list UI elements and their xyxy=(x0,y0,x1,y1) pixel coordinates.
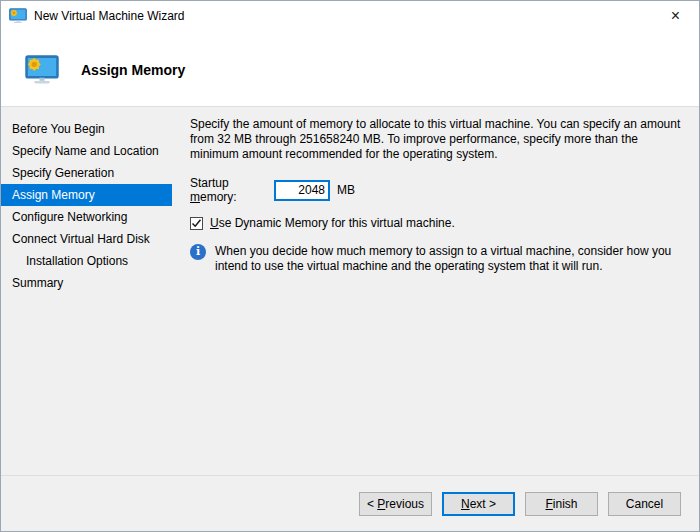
vm-monitor-icon-large xyxy=(25,55,59,85)
sidebar-item-summary[interactable]: Summary xyxy=(1,272,172,294)
next-button[interactable]: Next > xyxy=(442,492,515,516)
page-title: Assign Memory xyxy=(81,62,185,78)
dynamic-memory-checkbox[interactable] xyxy=(190,217,203,230)
checkmark-icon xyxy=(191,218,202,229)
new-vm-wizard-dialog: New Virtual Machine Wizard × Assign Memo… xyxy=(0,0,700,532)
previous-button[interactable]: < Previous xyxy=(359,492,432,516)
sidebar-item-configure-networking[interactable]: Configure Networking xyxy=(1,206,172,228)
dynamic-memory-label[interactable]: Use Dynamic Memory for this virtual mach… xyxy=(210,216,455,230)
cancel-button[interactable]: Cancel xyxy=(608,492,681,516)
wizard-body: Before You Begin Specify Name and Locati… xyxy=(1,106,699,477)
window-title: New Virtual Machine Wizard xyxy=(34,9,185,23)
sidebar-item-assign-memory[interactable]: Assign Memory xyxy=(1,184,172,206)
sidebar-item-connect-virtual-hard-disk[interactable]: Connect Virtual Hard Disk xyxy=(1,228,172,250)
sidebar-item-installation-options[interactable]: Installation Options xyxy=(1,250,172,272)
wizard-header: Assign Memory xyxy=(1,31,699,106)
wizard-steps-sidebar: Before You Begin Specify Name and Locati… xyxy=(1,107,172,477)
vm-monitor-icon xyxy=(9,8,27,24)
startup-memory-label: Startup memory: xyxy=(190,176,274,204)
sidebar-item-before-you-begin[interactable]: Before You Begin xyxy=(1,118,172,140)
memory-description-text: Specify the amount of memory to allocate… xyxy=(190,117,687,162)
info-note-row: i When you decide how much memory to ass… xyxy=(190,244,687,274)
startup-memory-row: Startup memory: MB xyxy=(190,176,687,204)
assign-memory-content: Specify the amount of memory to allocate… xyxy=(172,107,699,477)
startup-memory-input[interactable] xyxy=(274,180,330,201)
title-bar: New Virtual Machine Wizard × xyxy=(1,1,699,31)
dynamic-memory-row: Use Dynamic Memory for this virtual mach… xyxy=(190,216,687,230)
sidebar-item-specify-generation[interactable]: Specify Generation xyxy=(1,162,172,184)
info-note-text: When you decide how much memory to assig… xyxy=(215,244,685,274)
memory-unit-label: MB xyxy=(337,183,355,197)
sidebar-item-specify-name-and-location[interactable]: Specify Name and Location xyxy=(1,140,172,162)
info-icon: i xyxy=(190,244,206,260)
close-icon[interactable]: × xyxy=(653,2,698,30)
wizard-footer: < Previous Next > Finish Cancel xyxy=(1,475,699,531)
finish-button[interactable]: Finish xyxy=(525,492,598,516)
